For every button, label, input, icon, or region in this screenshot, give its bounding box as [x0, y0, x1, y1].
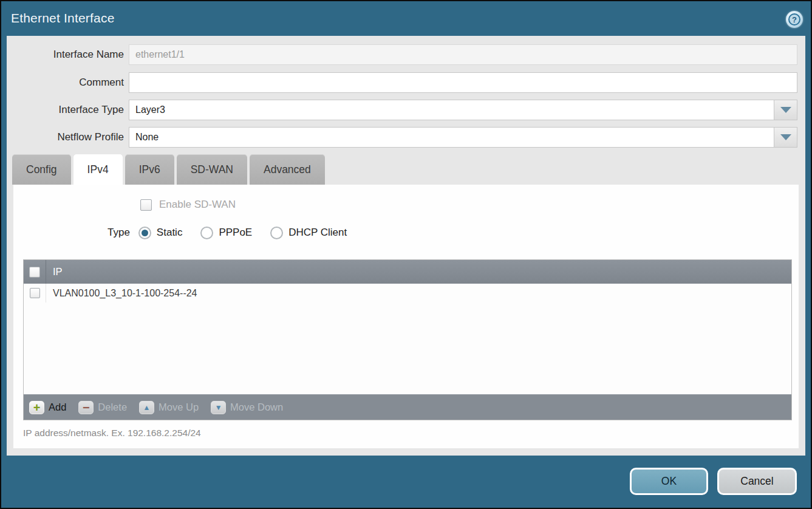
arrow-down-icon: ▼: [211, 401, 226, 414]
table-row[interactable]: VLAN0100_L3_10-1-100-254--24: [24, 284, 791, 302]
type-radio-group: Type Static PPPoE DHCP Client: [107, 225, 365, 241]
interface-name-row: Interface Name ethernet1/1: [7, 44, 797, 65]
radio-static-label: Static: [157, 227, 183, 239]
table-toolbar: + Add − Delete ▲ Move Up ▼ Move Down: [24, 394, 791, 420]
help-icon-glyph: ?: [788, 13, 800, 26]
radio-pppoe-label: PPPoE: [219, 227, 252, 239]
enable-sdwan-row: Enable SD-WAN: [140, 198, 236, 211]
add-button[interactable]: + Add: [29, 401, 66, 414]
interface-type-label: Interface Type: [7, 100, 124, 120]
ipv4-tab-panel: Enable SD-WAN Type Static PPPoE DHCP Cli…: [13, 185, 799, 448]
interface-name-field: ethernet1/1: [129, 44, 797, 65]
delete-button-label: Delete: [98, 401, 127, 413]
chevron-down-icon: [780, 107, 791, 113]
tab-config[interactable]: Config: [12, 154, 71, 185]
comment-row: Comment: [7, 72, 797, 93]
move-up-button[interactable]: ▲ Move Up: [139, 401, 199, 414]
row-checkbox-cell: [24, 284, 46, 302]
radio-static[interactable]: [138, 227, 151, 239]
ip-table: IP VLAN0100_L3_10-1-100-254--24 + Add −: [23, 259, 792, 420]
dialog-titlebar: Ethernet Interface ?: [1, 1, 811, 35]
move-down-button-label: Move Down: [230, 401, 283, 413]
ok-button[interactable]: OK: [630, 468, 708, 495]
ip-format-hint: IP address/netmask. Ex. 192.168.2.254/24: [23, 428, 201, 439]
interface-type-dropdown-button[interactable]: [774, 100, 797, 120]
radio-dot: [142, 230, 148, 236]
netflow-profile-value: None: [135, 132, 159, 143]
comment-input[interactable]: [129, 72, 797, 93]
add-button-label: Add: [49, 401, 66, 413]
interface-type-row: Interface Type Layer3: [7, 100, 797, 120]
tab-advanced[interactable]: Advanced: [250, 154, 325, 185]
radio-dhcp-client[interactable]: [270, 227, 283, 239]
tab-strip: Config IPv4 IPv6 SD-WAN Advanced: [12, 154, 325, 185]
netflow-profile-dropdown-button[interactable]: [774, 128, 797, 147]
enable-sdwan-label: Enable SD-WAN: [159, 199, 236, 211]
row-checkbox[interactable]: [30, 288, 40, 298]
tab-sdwan[interactable]: SD-WAN: [177, 154, 247, 185]
help-icon[interactable]: ?: [786, 11, 803, 28]
table-empty-area: [24, 302, 791, 394]
tab-ipv4[interactable]: IPv4: [73, 154, 123, 185]
comment-label: Comment: [7, 72, 124, 93]
interface-name-label: Interface Name: [7, 44, 124, 65]
move-up-button-label: Move Up: [159, 401, 199, 413]
ethernet-interface-dialog: Ethernet Interface ? Interface Name ethe…: [0, 0, 812, 509]
delete-button[interactable]: − Delete: [78, 401, 127, 414]
select-all-checkbox[interactable]: [29, 267, 40, 278]
minus-icon: −: [78, 401, 94, 414]
radio-pppoe[interactable]: [200, 227, 213, 239]
ip-cell: VLAN0100_L3_10-1-100-254--24: [46, 288, 197, 299]
interface-type-dropdown[interactable]: Layer3: [129, 100, 797, 120]
type-label: Type: [107, 227, 130, 239]
interface-type-value: Layer3: [135, 104, 165, 115]
dialog-title: Ethernet Interface: [11, 1, 115, 35]
netflow-profile-row: Netflow Profile None: [7, 127, 797, 148]
tab-ipv6[interactable]: IPv6: [125, 154, 174, 185]
arrow-up-icon: ▲: [139, 401, 154, 414]
move-down-button[interactable]: ▼ Move Down: [211, 401, 283, 414]
cancel-button[interactable]: Cancel: [717, 468, 797, 495]
ip-column-header: IP: [46, 266, 63, 278]
radio-dhcp-client-label: DHCP Client: [288, 227, 347, 239]
netflow-profile-dropdown[interactable]: None: [129, 127, 797, 148]
header-checkbox-cell: [24, 260, 46, 284]
dialog-content: Interface Name ethernet1/1 Comment Inter…: [7, 36, 805, 456]
ip-table-header: IP: [24, 260, 791, 284]
netflow-profile-label: Netflow Profile: [7, 127, 124, 148]
plus-icon: +: [29, 401, 44, 414]
chevron-down-icon: [780, 134, 791, 140]
enable-sdwan-checkbox[interactable]: [140, 199, 152, 211]
